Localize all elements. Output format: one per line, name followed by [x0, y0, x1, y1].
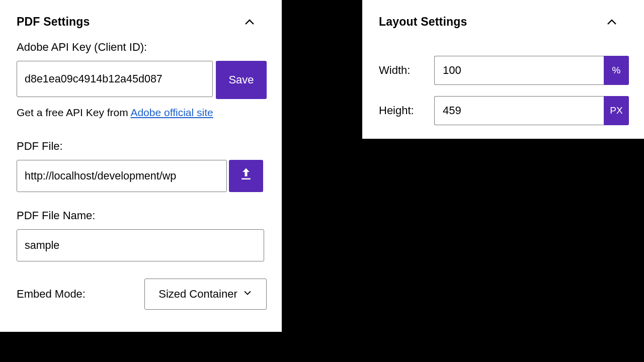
api-key-input[interactable] — [17, 61, 213, 97]
height-label: Height: — [379, 104, 429, 117]
hint-prefix: Get a free API Key from — [17, 107, 130, 118]
api-key-hint: Get a free API Key from Adobe official s… — [17, 106, 267, 120]
width-field: Width: % — [362, 34, 644, 85]
width-unit-button[interactable]: % — [604, 56, 629, 85]
chevron-down-icon — [243, 288, 253, 301]
pdf-filename-field: PDF File Name: — [0, 192, 282, 261]
pdf-settings-header[interactable]: PDF Settings — [0, 0, 282, 34]
upload-button[interactable] — [229, 160, 263, 192]
pdf-file-label: PDF File: — [17, 140, 267, 153]
height-input[interactable] — [434, 96, 604, 125]
pdf-file-input[interactable] — [17, 160, 227, 192]
pdf-filename-label: PDF File Name: — [17, 209, 267, 222]
chevron-up-icon — [606, 16, 629, 28]
upload-icon — [238, 167, 254, 185]
width-label: Width: — [379, 64, 429, 77]
pdf-file-field: PDF File: — [0, 120, 282, 192]
pdf-settings-panel: PDF Settings Adobe API Key (Client ID): … — [0, 0, 282, 332]
embed-mode-select[interactable]: Sized Container — [144, 279, 267, 310]
height-unit-button[interactable]: PX — [604, 96, 629, 125]
layout-settings-panel: Layout Settings Width: % Height: PX — [362, 0, 644, 139]
embed-mode-field: Embed Mode: Sized Container — [0, 261, 282, 310]
save-button[interactable]: Save — [216, 61, 267, 99]
layout-settings-header[interactable]: Layout Settings — [362, 0, 644, 34]
chevron-up-icon — [244, 16, 267, 28]
api-key-label: Adobe API Key (Client ID): — [17, 41, 267, 54]
embed-mode-value: Sized Container — [158, 288, 237, 301]
adobe-site-link[interactable]: Adobe official site — [130, 107, 213, 118]
api-key-field: Adobe API Key (Client ID): Save Get a fr… — [0, 34, 282, 120]
pdf-settings-title: PDF Settings — [17, 15, 90, 29]
pdf-filename-input[interactable] — [17, 229, 264, 261]
width-input[interactable] — [434, 56, 604, 85]
embed-mode-label: Embed Mode: — [17, 288, 86, 301]
layout-settings-title: Layout Settings — [379, 15, 467, 29]
height-field: Height: PX — [362, 85, 644, 125]
